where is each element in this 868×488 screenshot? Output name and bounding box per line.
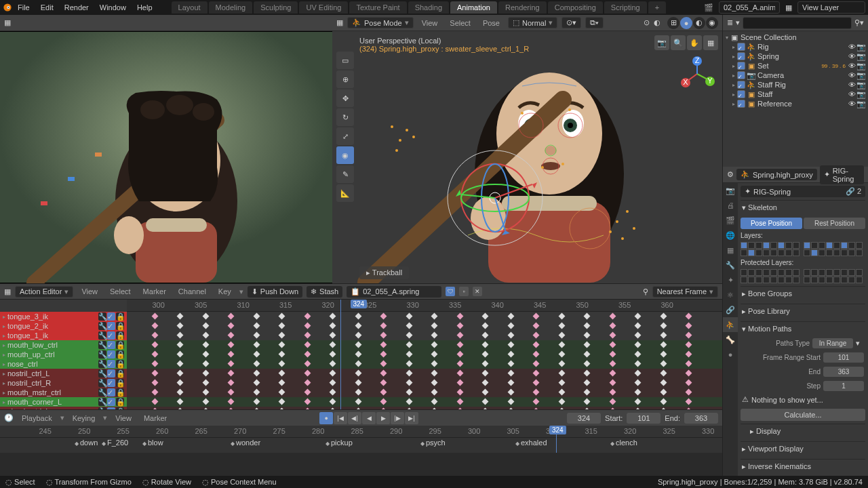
scale-tool[interactable]: ⤢ xyxy=(336,127,354,145)
layer-cell[interactable] xyxy=(848,277,855,283)
keyframe-row[interactable] xyxy=(127,407,722,409)
ae-marker-menu[interactable]: Marker xyxy=(139,287,170,296)
fake-user-toggle[interactable]: 🛡 xyxy=(446,287,455,296)
window-menu[interactable]: Window xyxy=(94,3,132,12)
layer-cell[interactable] xyxy=(785,242,792,249)
world-tab-icon[interactable]: 🌐 xyxy=(723,228,738,243)
layer-cell[interactable] xyxy=(793,242,800,249)
tab-texture[interactable]: Texture Paint xyxy=(349,1,406,14)
calculate-button[interactable]: Calculate... xyxy=(741,409,865,421)
skeleton-panel[interactable]: ▾ Skeleton xyxy=(741,200,865,215)
layer-cell[interactable] xyxy=(818,242,825,249)
layer-cell[interactable] xyxy=(841,277,848,283)
frame-start-field[interactable]: 101 xyxy=(823,352,864,363)
layer-cell[interactable] xyxy=(778,249,785,256)
layer-cell[interactable] xyxy=(770,242,777,249)
outliner[interactable]: ▾▣Scene Collection ▸⛹Rig👁📷▸⛹Spring👁📷▸▣Se… xyxy=(723,31,868,167)
editor-type-icon[interactable]: ▦ xyxy=(4,18,11,27)
layer-cell[interactable] xyxy=(793,249,800,256)
armature-data-field[interactable]: ✦ RIG-Spring 🔗 2 xyxy=(741,186,865,197)
current-frame-indicator[interactable]: 324 xyxy=(549,426,566,434)
help-menu[interactable]: Help xyxy=(132,3,158,12)
next-key-button[interactable]: |▶ xyxy=(391,412,404,424)
layer-cell[interactable] xyxy=(741,277,747,283)
layer-cell[interactable] xyxy=(848,242,855,249)
channel-row[interactable]: ▸mouth_mstr_ctrl🔧✓🔒 xyxy=(0,388,127,397)
scene-name-field[interactable] xyxy=(719,1,780,14)
solid-icon[interactable]: ● xyxy=(680,17,692,29)
outliner-item[interactable]: ▸📷Camera👁📷 xyxy=(723,70,868,80)
layer-cell[interactable] xyxy=(770,249,777,256)
layer-cell[interactable] xyxy=(763,242,770,249)
layer-cell[interactable] xyxy=(748,269,755,276)
ae-channel-menu[interactable]: Channel xyxy=(174,287,210,296)
file-menu[interactable]: File xyxy=(12,3,35,12)
layer-cell[interactable] xyxy=(748,277,755,283)
pose-menu[interactable]: Pose xyxy=(479,18,504,28)
transform-tool[interactable]: ◉ xyxy=(336,146,354,164)
layer-grid[interactable] xyxy=(741,242,865,256)
keyframe-row[interactable] xyxy=(127,388,722,397)
layer-cell[interactable] xyxy=(793,269,800,276)
layer-cell[interactable] xyxy=(833,277,840,283)
edit-menu[interactable]: Edit xyxy=(35,3,59,12)
rendered-icon[interactable]: ◉ xyxy=(706,17,718,29)
constraint-tab-icon[interactable]: 🔗 xyxy=(723,302,738,317)
tab-modeling[interactable]: Modeling xyxy=(209,1,253,14)
layer-cell[interactable] xyxy=(785,249,792,256)
editor-type-icon[interactable]: ≣ xyxy=(727,18,733,27)
annotate-tool[interactable]: ✎ xyxy=(336,165,354,183)
editor-type-icon[interactable]: ▦ xyxy=(336,18,343,27)
ik-panel[interactable]: ▸ Inverse Kinematics xyxy=(741,459,865,474)
scene-tab-icon[interactable]: 🎬 xyxy=(723,213,738,228)
layer-cell[interactable] xyxy=(748,242,755,249)
tab-rendering[interactable]: Rendering xyxy=(498,1,547,14)
zoom-icon[interactable]: 🔍 xyxy=(671,35,686,50)
tab-scripting[interactable]: Scripting xyxy=(604,1,647,14)
particle-tab-icon[interactable]: ✦ xyxy=(723,272,738,287)
jump-end-button[interactable]: ▶| xyxy=(405,412,418,424)
layer-cell[interactable] xyxy=(785,277,792,283)
keying-menu[interactable]: Keying xyxy=(68,413,100,423)
3d-viewport[interactable]: User Perspective (Local) (324) Spring.hi… xyxy=(332,31,722,283)
render-menu[interactable]: Render xyxy=(59,3,94,12)
layer-cell[interactable] xyxy=(856,277,863,283)
object-name[interactable]: ⛹ Spring.high_proxy xyxy=(736,169,817,180)
outliner-item[interactable]: ▸▣Set99 . 39 . 6👁📷 xyxy=(723,61,868,70)
ae-key-menu[interactable]: Key xyxy=(214,287,235,296)
keyframe-row[interactable] xyxy=(127,359,722,369)
layer-cell[interactable] xyxy=(763,269,770,276)
layer-cell[interactable] xyxy=(818,269,825,276)
playback-menu[interactable]: Playback xyxy=(18,413,56,423)
dopesheet-area[interactable]: 3003053103153203253303353403453503553603… xyxy=(127,300,722,409)
auto-key-toggle[interactable]: ● xyxy=(319,412,333,424)
jump-start-button[interactable]: |◀ xyxy=(334,412,347,424)
layer-cell[interactable] xyxy=(826,249,833,256)
layer-cell[interactable] xyxy=(841,269,848,276)
keyframe-row[interactable] xyxy=(127,369,722,378)
layer-cell[interactable] xyxy=(793,277,800,283)
orientation-select[interactable]: ⬚Normal▾ xyxy=(508,17,557,28)
tab-layout[interactable]: Layout xyxy=(172,1,208,14)
outliner-item[interactable]: ▸⛹Rig👁📷 xyxy=(723,42,868,52)
keyframe-row[interactable] xyxy=(127,312,722,321)
object-tab-icon[interactable]: ▦ xyxy=(723,243,738,258)
new-action-button[interactable]: ▫ xyxy=(459,287,469,296)
channel-row[interactable]: ▸nostril_ctrl_R🔧✓🔒 xyxy=(0,378,127,388)
output-tab-icon[interactable]: 🖨 xyxy=(723,198,738,213)
ae-view-menu[interactable]: View xyxy=(77,287,102,296)
layer-cell[interactable] xyxy=(785,269,792,276)
viewport-display-panel[interactable]: ▸ Viewport Display xyxy=(741,441,865,456)
layer-cell[interactable] xyxy=(755,242,762,249)
keyframe-row[interactable] xyxy=(127,378,722,388)
pose-library-panel[interactable]: ▸ Pose Library xyxy=(741,304,865,319)
outliner-item[interactable]: ▸▣Reference👁📷 xyxy=(723,99,868,108)
pivot-select[interactable]: ⊙▾ xyxy=(561,17,581,28)
rotate-tool[interactable]: ↻ xyxy=(336,108,354,126)
channel-row[interactable]: ▸mouth_low_ctrl🔧✓🔒 xyxy=(0,340,127,350)
measure-tool[interactable]: 📐 xyxy=(336,184,354,202)
protected-layer-grid[interactable] xyxy=(741,269,865,283)
layer-cell[interactable] xyxy=(811,249,818,256)
render-tab-icon[interactable]: 📷 xyxy=(723,183,738,198)
cursor-tool[interactable]: ⊕ xyxy=(336,70,354,88)
